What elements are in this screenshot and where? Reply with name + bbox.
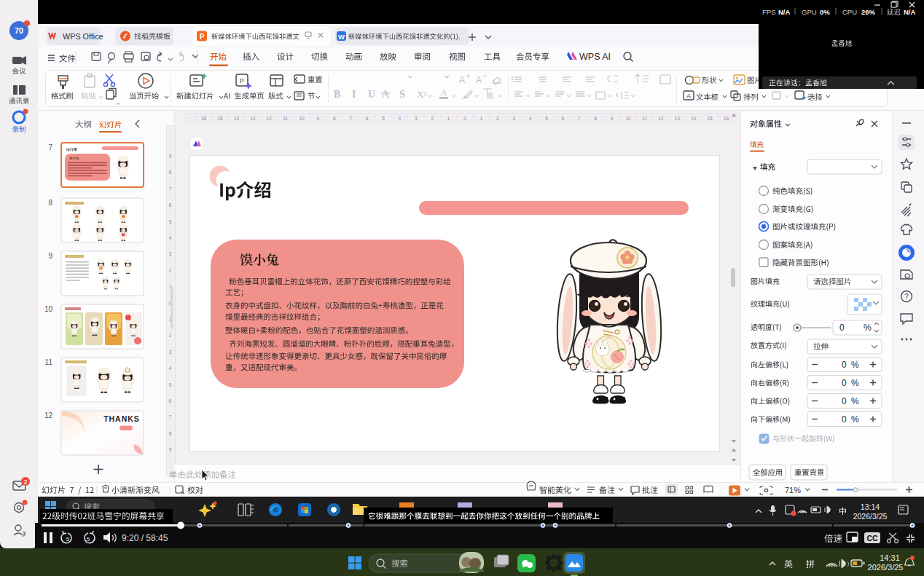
svg-text:?: ? bbox=[904, 293, 909, 301]
svg-text:71%: 71% bbox=[785, 486, 801, 494]
svg-text:14:31: 14:31 bbox=[880, 553, 900, 562]
svg-text:2: 2 bbox=[169, 268, 172, 273]
svg-text:8: 8 bbox=[333, 116, 336, 121]
svg-text:8: 8 bbox=[169, 170, 172, 175]
svg-text:0: 0 bbox=[842, 414, 847, 425]
svg-text:6: 6 bbox=[562, 116, 565, 121]
svg-text:1: 1 bbox=[447, 116, 450, 121]
svg-text:9: 9 bbox=[169, 154, 172, 159]
svg-text:%: % bbox=[864, 323, 872, 333]
svg-text:%: % bbox=[851, 396, 859, 406]
svg-text:3: 3 bbox=[169, 251, 172, 256]
svg-text:0: 0 bbox=[839, 323, 845, 333]
svg-text:2: 2 bbox=[23, 478, 27, 486]
svg-text:7: 7 bbox=[169, 186, 172, 192]
svg-text:W: W bbox=[338, 33, 345, 41]
svg-text:2026/3/25: 2026/3/25 bbox=[868, 563, 904, 572]
svg-text:70: 70 bbox=[15, 26, 23, 35]
svg-text:%: % bbox=[851, 414, 859, 425]
svg-text:6: 6 bbox=[169, 398, 172, 403]
svg-text:I: I bbox=[352, 89, 356, 100]
svg-text:%: % bbox=[851, 378, 859, 388]
svg-text:10: 10 bbox=[44, 305, 53, 313]
svg-text:11: 11 bbox=[45, 358, 53, 366]
svg-text:10: 10 bbox=[625, 116, 631, 121]
svg-text:4: 4 bbox=[529, 116, 532, 121]
svg-text:10: 10 bbox=[299, 116, 305, 121]
svg-text:2026/3/25: 2026/3/25 bbox=[853, 512, 888, 521]
svg-text:X²: X² bbox=[417, 89, 426, 100]
svg-text:8: 8 bbox=[594, 116, 597, 121]
svg-text:15: 15 bbox=[707, 116, 713, 121]
svg-text:8: 8 bbox=[169, 431, 172, 436]
svg-text:11: 11 bbox=[642, 116, 647, 121]
svg-text:9:20 / 58:45: 9:20 / 58:45 bbox=[122, 533, 168, 543]
svg-text:15: 15 bbox=[217, 116, 223, 121]
svg-text:6: 6 bbox=[366, 116, 369, 121]
svg-text:5: 5 bbox=[545, 116, 548, 121]
svg-text:26%: 26% bbox=[861, 8, 876, 16]
svg-text:N/A: N/A bbox=[904, 8, 916, 16]
svg-text:1: 1 bbox=[480, 116, 483, 121]
svg-text:A: A bbox=[686, 92, 691, 100]
svg-text:16: 16 bbox=[724, 116, 729, 121]
svg-text:N/A: N/A bbox=[778, 8, 791, 16]
svg-text:WPS Office: WPS Office bbox=[63, 32, 103, 41]
svg-text:0: 0 bbox=[842, 378, 847, 388]
svg-text:S: S bbox=[399, 89, 405, 100]
svg-text:A: A bbox=[440, 87, 447, 98]
svg-text:7: 7 bbox=[578, 116, 581, 121]
svg-text:6: 6 bbox=[169, 202, 172, 208]
svg-text:7: 7 bbox=[169, 414, 172, 419]
svg-text:P: P bbox=[240, 77, 244, 84]
svg-text:9: 9 bbox=[169, 447, 172, 452]
svg-text:0%: 0% bbox=[820, 8, 830, 16]
svg-text:7: 7 bbox=[48, 143, 52, 151]
svg-text:7: 7 bbox=[349, 116, 352, 121]
svg-text:U: U bbox=[368, 89, 375, 100]
svg-text:0: 0 bbox=[842, 360, 847, 370]
svg-text:B: B bbox=[334, 89, 340, 100]
svg-text:0: 0 bbox=[463, 116, 466, 121]
svg-text:12: 12 bbox=[658, 116, 664, 121]
svg-text:5: 5 bbox=[66, 536, 70, 543]
svg-text:A: A bbox=[382, 89, 390, 100]
svg-text:CPU: CPU bbox=[842, 8, 857, 16]
svg-text:5: 5 bbox=[169, 382, 172, 387]
svg-text:4: 4 bbox=[169, 366, 172, 371]
svg-text:13: 13 bbox=[675, 116, 681, 121]
svg-text:5: 5 bbox=[382, 116, 385, 121]
svg-text:3: 3 bbox=[415, 116, 418, 121]
svg-text:%: % bbox=[851, 360, 859, 370]
svg-text:13: 13 bbox=[250, 116, 256, 121]
svg-text:3: 3 bbox=[169, 350, 172, 355]
svg-text:CC: CC bbox=[866, 534, 878, 543]
svg-text:14: 14 bbox=[691, 116, 697, 121]
svg-text:WPS AI: WPS AI bbox=[579, 52, 611, 62]
svg-text:4: 4 bbox=[169, 235, 172, 240]
svg-text:FPS: FPS bbox=[762, 8, 775, 16]
svg-text:THANKS: THANKS bbox=[103, 414, 140, 423]
svg-text:A: A bbox=[476, 75, 482, 85]
svg-text:12: 12 bbox=[44, 411, 53, 419]
svg-text:0: 0 bbox=[842, 396, 847, 406]
svg-text:9: 9 bbox=[611, 116, 614, 121]
svg-text:P: P bbox=[200, 33, 205, 41]
svg-text:4: 4 bbox=[399, 116, 402, 121]
svg-text:A: A bbox=[459, 75, 465, 85]
svg-text:2: 2 bbox=[431, 116, 434, 121]
svg-text:12: 12 bbox=[267, 116, 273, 121]
svg-text:5: 5 bbox=[169, 219, 172, 224]
svg-text:GPU: GPU bbox=[802, 8, 817, 16]
svg-text:13:14: 13:14 bbox=[861, 502, 880, 511]
svg-text:9: 9 bbox=[48, 252, 52, 260]
svg-text:11: 11 bbox=[283, 116, 288, 121]
svg-text:14: 14 bbox=[234, 116, 240, 121]
svg-text:2: 2 bbox=[169, 333, 172, 338]
svg-text:9: 9 bbox=[317, 116, 320, 121]
svg-text:5: 5 bbox=[87, 536, 90, 543]
svg-text:2: 2 bbox=[496, 116, 499, 121]
svg-text:3: 3 bbox=[512, 116, 515, 121]
svg-text:8: 8 bbox=[48, 199, 52, 207]
svg-text:16: 16 bbox=[201, 116, 207, 121]
